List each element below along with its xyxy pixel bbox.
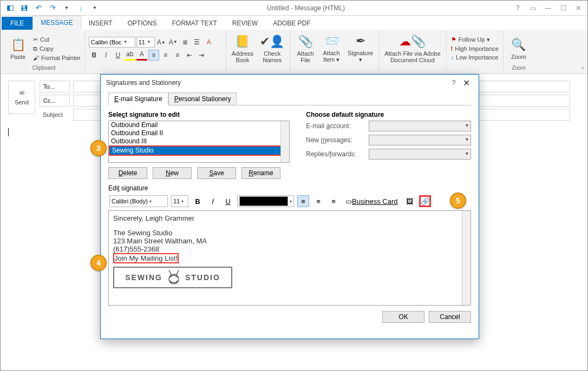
zoom-button[interactable]: 🔍Zoom [507, 32, 531, 65]
tab-insert[interactable]: INSERT [81, 17, 120, 30]
rename-button[interactable]: Rename [241, 167, 280, 179]
tab-review[interactable]: REVIEW [225, 17, 265, 30]
replies-forwards-select[interactable] [369, 149, 471, 160]
save-icon[interactable] [18, 2, 31, 14]
bullets-icon[interactable]: ≣ [180, 37, 191, 48]
align-center-icon[interactable]: ≡ [160, 50, 171, 61]
list-item[interactable]: Outbound Email [109, 121, 289, 129]
card-icon: ▭ [345, 197, 352, 206]
undo-icon[interactable]: ↶ [32, 2, 45, 14]
adobe-cloud-icon: ☁📎 [399, 34, 426, 49]
dialog-help-icon[interactable]: ? [448, 79, 459, 87]
check-names-button[interactable]: ✔👤Check Names [258, 32, 286, 65]
title-bar: ↶ ↷ ▼ ↓ ▼ Untitled - Message (HTML) ? ▭ … [1, 1, 587, 16]
mailing-list-link[interactable]: Join My Mailing List! [113, 253, 179, 263]
tab-adobe-pdf[interactable]: ADOBE PDF [265, 17, 318, 30]
scrollbar[interactable] [462, 211, 471, 305]
italic-icon[interactable]: I [207, 195, 219, 207]
bold-icon[interactable]: B [89, 50, 100, 61]
shrink-font-icon[interactable]: A▼ [168, 37, 179, 48]
maximize-icon[interactable]: ☐ [556, 2, 570, 14]
paste-button[interactable]: 📋 Paste [6, 32, 30, 65]
ok-button[interactable]: OK [382, 311, 424, 323]
follow-up-button[interactable]: ⚑Follow Up ▾ [450, 36, 500, 44]
to-button[interactable]: To... [40, 81, 70, 92]
scrollbar[interactable] [280, 121, 289, 162]
font-size-combo[interactable]: 11▼ [136, 37, 155, 48]
italic-icon[interactable]: I [101, 50, 112, 61]
align-left-icon[interactable]: ≡ [297, 195, 309, 207]
numbering-icon[interactable]: ☰ [192, 37, 202, 48]
signature-button[interactable]: ✒Signature ▾ [345, 32, 375, 65]
cancel-button[interactable]: Cancel [429, 311, 471, 323]
dialog-close-icon[interactable]: ✕ [459, 78, 473, 88]
clear-format-icon[interactable]: A [204, 37, 214, 48]
minimize-icon[interactable]: — [541, 2, 555, 14]
signature-editor[interactable]: Sincerely, Leigh Grammer The Sewing Stud… [108, 210, 471, 306]
underline-icon[interactable]: U [113, 50, 123, 61]
list-item[interactable]: Outbound III [109, 137, 289, 145]
dialog-tabs: E-mail Signature Personal Stationery [108, 92, 471, 105]
replies-forwards-label: Replies/forwards: [306, 150, 364, 158]
align-right-icon[interactable]: ≡ [328, 195, 339, 207]
tab-personal-stationery[interactable]: Personal Stationery [168, 92, 237, 105]
ribbon-options-icon[interactable]: ▭ [526, 2, 540, 14]
low-importance-button[interactable]: ↓Low Importance [450, 54, 500, 61]
tab-file[interactable]: FILE [2, 17, 32, 30]
new-messages-select[interactable] [369, 135, 471, 145]
edit-size-combo[interactable]: 11▾ [171, 195, 188, 207]
align-right-icon[interactable]: ≡ [172, 50, 183, 61]
indent-increase-icon[interactable]: ⇥ [196, 50, 207, 61]
font-name-combo[interactable]: Calibri (Boc▼ [89, 37, 135, 48]
chevron-down-icon: ▾ [288, 199, 292, 204]
adobe-attach-button[interactable]: ☁📎Attach File via Adobe Document Cloud [382, 32, 442, 65]
tab-message[interactable]: MESSAGE [32, 16, 81, 30]
collapse-ribbon-icon[interactable]: ˄ [582, 67, 584, 72]
qat-next-icon[interactable]: ↓ [74, 2, 87, 14]
svg-rect-3 [23, 5, 25, 8]
new-button[interactable]: New [153, 167, 192, 179]
insert-hyperlink-icon[interactable]: 🔗 [419, 195, 431, 207]
delete-button[interactable]: Delete [108, 167, 147, 179]
tab-options[interactable]: OPTIONS [120, 17, 165, 30]
ribbon-tabs: FILE MESSAGE INSERT OPTIONS FORMAT TEXT … [1, 16, 587, 30]
insert-picture-icon[interactable]: 🖼 [404, 195, 416, 207]
cut-button[interactable]: ✂Cut [32, 36, 82, 44]
font-color-icon[interactable]: A [136, 50, 147, 61]
tab-email-signature[interactable]: E-mail Signature [108, 92, 168, 105]
grow-font-icon[interactable]: A▲ [156, 37, 167, 48]
high-importance-button[interactable]: !High Importance [450, 45, 500, 52]
redo-icon[interactable]: ↷ [46, 2, 59, 14]
close-icon[interactable]: ✕ [571, 2, 585, 14]
help-icon[interactable]: ? [511, 2, 525, 14]
copy-button[interactable]: ⧉Copy [32, 45, 82, 53]
format-painter-button[interactable]: 🖌Format Painter [32, 54, 82, 62]
list-item-selected[interactable]: Sewing Studio [109, 145, 289, 156]
attach-item-button[interactable]: 📨Attach Item ▾ [319, 32, 343, 65]
highlight-icon[interactable]: ab [125, 50, 135, 61]
underline-icon[interactable]: U [222, 195, 234, 207]
align-center-icon[interactable]: ≡ [312, 195, 324, 207]
font-color-combo[interactable]: ▾ [237, 195, 294, 207]
editor-line: (617)555-2368 [113, 245, 466, 253]
list-item[interactable]: Outbound Email II [109, 129, 289, 137]
cc-button[interactable]: Cc... [40, 95, 70, 107]
tab-format-text[interactable]: FORMAT TEXT [165, 17, 225, 30]
email-account-select[interactable] [369, 121, 471, 131]
qat-more-icon[interactable]: ▼ [88, 2, 101, 14]
editor-line: The Sewing Studio [113, 229, 466, 237]
align-left-icon[interactable]: ≡ [148, 50, 159, 61]
send-button[interactable]: ✉ Send [8, 81, 35, 114]
indent-decrease-icon[interactable]: ⇤ [184, 50, 195, 61]
save-button[interactable]: Save [197, 167, 236, 179]
group-adobe: ☁📎Attach File via Adobe Document Cloud [379, 31, 446, 72]
attach-file-button[interactable]: 📎Attach File [293, 32, 317, 65]
edit-font-combo[interactable]: Calibri (Body)▾ [109, 195, 168, 207]
qat-down-icon[interactable]: ▼ [60, 2, 73, 14]
signature-list[interactable]: Outbound Email Outbound Email II Outboun… [108, 121, 290, 163]
bold-icon[interactable]: B [192, 195, 204, 207]
edit-signature-label: Edit signature [108, 184, 471, 192]
business-card-button[interactable]: ▭ Business Card [343, 195, 401, 207]
address-book-button[interactable]: 📒Address Book [230, 32, 256, 65]
ribbon: 📋 Paste ✂Cut ⧉Copy 🖌Format Painter Clipb… [1, 30, 587, 74]
